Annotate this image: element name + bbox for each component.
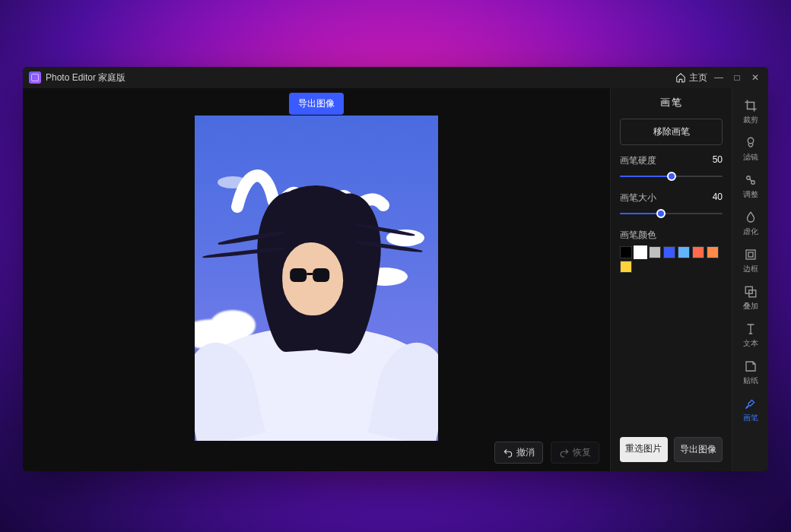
text-icon [744,322,758,336]
close-button[interactable]: ✕ [748,72,762,83]
size-label: 画笔大小 [620,192,656,204]
svg-point-0 [748,138,754,144]
crop-icon [744,99,758,112]
color-swatch-3[interactable] [663,246,675,258]
size-value: 40 [713,192,723,204]
tool-overlay-label: 叠加 [743,301,758,312]
tool-brush[interactable]: 画笔 [735,392,766,426]
undo-icon [503,448,513,458]
titlebar: Photo Editor 家庭版 主页 — □ ✕ [23,67,768,88]
brush-panel: 画笔 移除画笔 画笔硬度 50 画笔大小 40 [610,88,732,471]
edited-image [195,116,438,441]
export-top-button[interactable]: 导出图像 [289,93,344,115]
app-logo-icon [29,71,41,84]
tool-brush-label: 画笔 [743,413,758,423]
toolstrip: 裁剪滤镜调整虚化边框叠加文本贴纸画笔 [732,88,768,471]
tool-filter-label: 滤镜 [743,152,758,163]
tool-frame[interactable]: 边框 [735,243,766,277]
color-label: 画笔颜色 [620,229,723,242]
redo-button[interactable]: 恢复 [551,442,599,464]
tool-sticker-label: 贴纸 [743,375,758,386]
adjust-icon [744,173,758,187]
redo-icon [559,448,570,458]
blur-icon [744,211,758,224]
minimize-button[interactable]: — [712,72,726,83]
color-swatches [620,246,723,273]
tool-text[interactable]: 文本 [735,318,766,352]
tool-blur-label: 虚化 [743,226,758,237]
tool-filter[interactable]: 滤镜 [735,131,766,166]
panel-title: 画笔 [620,96,723,109]
tool-adjust-label: 调整 [743,189,758,200]
tool-adjust[interactable]: 调整 [735,169,766,203]
filter-icon [744,136,758,150]
tool-crop-label: 裁剪 [743,115,758,125]
tool-sticker[interactable]: 贴纸 [735,355,766,389]
home-icon [675,72,686,83]
hardness-row: 画笔硬度 50 [620,154,723,182]
undo-button[interactable]: 撤消 [494,442,543,464]
tool-overlay[interactable]: 叠加 [735,280,766,315]
frame-icon [744,248,758,261]
color-section: 画笔颜色 [620,229,723,273]
color-swatch-1[interactable] [634,246,646,258]
app-title: Photo Editor 家庭版 [46,71,125,84]
svg-rect-3 [746,250,755,259]
brush-icon [744,397,758,410]
size-slider[interactable] [620,207,723,220]
tool-blur[interactable]: 虚化 [735,206,766,240]
maximize-button[interactable]: □ [730,72,744,83]
size-row: 画笔大小 40 [620,192,723,220]
color-swatch-7[interactable] [620,261,632,273]
tool-frame-label: 边框 [743,264,758,274]
redo-label: 恢复 [573,446,591,459]
remove-brush-button[interactable]: 移除画笔 [620,119,723,145]
app-window: Photo Editor 家庭版 主页 — □ ✕ 导出图像 [23,67,768,471]
overlay-icon [744,285,758,299]
home-label: 主页 [689,71,707,84]
sticker-icon [744,359,758,373]
color-swatch-6[interactable] [707,246,719,258]
repick-image-button[interactable]: 重选图片 [620,437,668,462]
undo-label: 撤消 [516,446,535,459]
svg-rect-4 [748,252,753,257]
hardness-slider[interactable] [620,170,723,182]
color-swatch-2[interactable] [649,246,661,258]
color-swatch-0[interactable] [620,246,632,258]
export-image-button[interactable]: 导出图像 [674,437,723,462]
color-swatch-4[interactable] [678,246,690,258]
hardness-label: 画笔硬度 [620,154,656,167]
canvas-area[interactable]: 导出图像 [23,88,610,471]
tool-crop[interactable]: 裁剪 [735,94,766,128]
color-swatch-5[interactable] [692,246,704,258]
home-button[interactable]: 主页 [675,71,707,84]
tool-text-label: 文本 [743,338,758,349]
hardness-value: 50 [713,154,723,167]
